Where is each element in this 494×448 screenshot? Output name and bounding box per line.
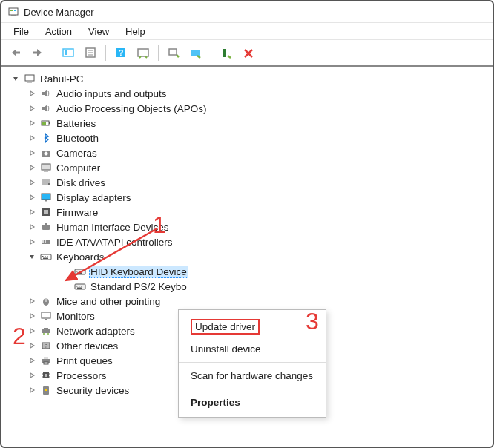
tree-category-label: Security devices: [55, 385, 131, 396]
tree-category[interactable]: Display adapters: [4, 190, 490, 205]
speaker-icon: [40, 102, 52, 114]
tree-category[interactable]: Batteries: [4, 116, 490, 131]
menu-view[interactable]: View: [81, 24, 116, 39]
tree-category-label: Display adapters: [55, 192, 133, 203]
tree-category[interactable]: Disk drives: [4, 175, 490, 190]
tree-category[interactable]: Firmware: [4, 205, 490, 220]
computer-icon: [24, 73, 36, 85]
tree-category[interactable]: Computer: [4, 160, 490, 175]
tree-category-label: Monitors: [55, 311, 96, 322]
chevron-right-icon[interactable]: [27, 385, 37, 395]
svg-rect-2: [14, 10, 16, 11]
update-driver-button[interactable]: [164, 43, 183, 62]
keyboard-device-icon: [74, 266, 86, 277]
tree-category[interactable]: Human Interface Devices: [4, 220, 490, 234]
tree-category[interactable]: Cameras: [4, 145, 490, 160]
tree-category[interactable]: Bluetooth: [4, 131, 490, 145]
toolbar-separator: [105, 45, 106, 61]
context-menu-separator: [179, 389, 326, 389]
chevron-right-icon[interactable]: [27, 192, 37, 202]
tree-category[interactable]: Mice and other pointing: [4, 294, 490, 309]
svg-rect-55: [42, 312, 50, 318]
tree-category-label: Mice and other pointing: [55, 296, 162, 307]
svg-rect-17: [223, 49, 226, 57]
svg-rect-0: [9, 8, 18, 15]
svg-rect-22: [42, 122, 46, 125]
back-button[interactable]: [6, 43, 25, 62]
svg-rect-7: [65, 50, 67, 55]
chevron-right-icon[interactable]: [27, 340, 37, 351]
chevron-right-icon[interactable]: [27, 326, 37, 336]
chevron-right-icon[interactable]: [27, 370, 37, 381]
chevron-right-icon[interactable]: [27, 296, 37, 306]
cpu-icon: [40, 369, 52, 381]
ide-icon: [40, 236, 52, 248]
device-tree-pane[interactable]: Rahul-PC Audio inputs and outputs Audio …: [1, 67, 493, 447]
chevron-down-icon[interactable]: [10, 73, 21, 84]
disable-button[interactable]: [239, 43, 258, 62]
menu-file[interactable]: File: [6, 24, 36, 39]
tree-category-label: Bluetooth: [55, 133, 100, 144]
context-menu-scan-hardware[interactable]: Scan for hardware changes: [179, 366, 326, 386]
svg-rect-16: [191, 50, 200, 56]
svg-rect-3: [11, 15, 16, 16]
menu-action[interactable]: Action: [38, 24, 79, 39]
chevron-right-icon[interactable]: [27, 177, 37, 188]
context-menu-properties[interactable]: Properties: [179, 392, 326, 412]
context-menu-update-driver[interactable]: Update driver: [179, 314, 326, 339]
scan-button[interactable]: [134, 43, 153, 62]
context-menu-uninstall-device[interactable]: Uninstall device: [179, 339, 326, 359]
tree-category[interactable]: IDE ATA/ATAPI controllers: [4, 234, 490, 249]
tree-category-label: Network adapters: [55, 326, 136, 337]
uninstall-button[interactable]: [217, 43, 236, 62]
menu-help[interactable]: Help: [118, 24, 153, 39]
tree-root[interactable]: Rahul-PC: [4, 71, 490, 86]
device-manager-icon: [7, 6, 19, 18]
bluetooth-icon: [40, 132, 52, 144]
svg-rect-51: [81, 286, 82, 287]
properties-button[interactable]: [81, 43, 100, 62]
show-hidden-button[interactable]: [59, 43, 78, 62]
tree-device[interactable]: Standard PS/2 Keybo: [4, 279, 490, 294]
chevron-right-icon[interactable]: [27, 222, 37, 232]
enable-button[interactable]: [186, 43, 205, 62]
svg-rect-18: [25, 75, 34, 81]
chevron-right-icon[interactable]: [27, 207, 37, 217]
chevron-right-icon[interactable]: [27, 355, 37, 366]
svg-rect-57: [42, 329, 50, 333]
tree-category[interactable]: Audio inputs and outputs: [4, 86, 490, 101]
chevron-right-icon[interactable]: [27, 133, 37, 143]
chevron-right-icon[interactable]: [27, 311, 37, 321]
chevron-down-icon[interactable]: [27, 251, 37, 262]
other-icon: ?: [40, 340, 52, 352]
chevron-right-icon[interactable]: [27, 118, 37, 128]
disk-icon: [40, 177, 52, 188]
chevron-right-icon[interactable]: [27, 88, 37, 99]
chevron-right-icon[interactable]: [27, 237, 37, 247]
svg-rect-49: [76, 286, 78, 287]
svg-rect-42: [43, 258, 48, 260]
tree-category-label: IDE ATA/ATAPI controllers: [55, 237, 174, 248]
context-menu: Update driver Uninstall device Scan for …: [178, 309, 326, 418]
chevron-right-icon[interactable]: [27, 162, 37, 173]
toolbar-separator: [53, 45, 53, 61]
computer-icon: [40, 162, 52, 174]
toolbar: ?: [1, 40, 493, 67]
forward-button[interactable]: [28, 43, 47, 62]
svg-rect-5: [33, 51, 38, 53]
tree-category-label: Disk drives: [55, 177, 107, 188]
svg-rect-65: [44, 362, 48, 364]
svg-rect-40: [45, 256, 46, 257]
tree-category[interactable]: Audio Processing Objects (APOs): [4, 101, 490, 116]
svg-rect-47: [77, 273, 82, 274]
chevron-right-icon[interactable]: [27, 148, 37, 158]
svg-rect-32: [44, 210, 48, 214]
help-button[interactable]: ?: [111, 43, 131, 62]
tree-category-label: Other devices: [55, 340, 119, 352]
svg-rect-44: [76, 271, 78, 272]
tree-device[interactable]: HID Keyboard Device: [4, 264, 490, 279]
tree-category[interactable]: Keyboards: [4, 249, 490, 264]
chevron-right-icon[interactable]: [27, 103, 37, 113]
tree-category-label: Human Interface Devices: [55, 222, 171, 233]
tree-category-label: Cameras: [55, 148, 99, 159]
